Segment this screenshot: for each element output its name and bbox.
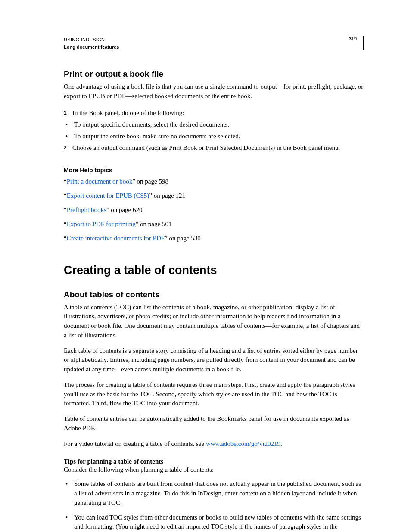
body-paragraph: The process for creating a table of cont…: [64, 380, 364, 408]
bullet-icon: •: [64, 119, 74, 131]
help-link-row: “Print a document or book” on page 598: [64, 177, 364, 186]
chapter-title: Creating a table of contents: [64, 264, 364, 277]
xref-link[interactable]: Print a document or book: [67, 178, 132, 185]
header-chapter: Long document features: [64, 44, 119, 51]
body-paragraph: Each table of contents is a separate sto…: [64, 346, 364, 374]
page-header: USING INDESIGN Long document features 31…: [64, 36, 364, 50]
list-item-text: Some tables of contents are built from c…: [74, 479, 364, 507]
bullet-icon: •: [64, 479, 74, 507]
header-book-title: USING INDESIGN: [64, 36, 119, 44]
help-link-row: “Preflight books” on page 620: [64, 205, 364, 215]
xref-link[interactable]: Export content for EPUB (CS5): [67, 192, 149, 199]
body-paragraph: A table of contents (TOC) can list the c…: [64, 303, 364, 340]
more-help-heading: More Help topics: [64, 167, 364, 174]
list-item-text: You can load TOC styles from other docum…: [74, 513, 364, 532]
page-number: 319: [349, 36, 357, 41]
xref-link[interactable]: Create interactive documents for PDF: [67, 235, 165, 242]
step-row: • To output the entire book, make sure n…: [64, 131, 364, 142]
step-text: To output the entire book, make sure no …: [74, 131, 364, 142]
section-title-about-toc: About tables of contents: [64, 290, 364, 299]
help-link-row: “Export content for EPUB (CS5)” on page …: [64, 191, 364, 200]
xref-link[interactable]: Export to PDF for printing: [67, 221, 136, 227]
help-link-row: “Export to PDF for printing” on page 501: [64, 220, 364, 229]
procedure-steps: 1 In the Book panel, do one of the follo…: [64, 107, 364, 154]
xref-link[interactable]: Preflight books: [67, 206, 106, 213]
step-row: • To output specific documents, select t…: [64, 119, 364, 131]
external-link[interactable]: www.adobe.com/go/vid0219: [206, 440, 280, 447]
list-item: • Some tables of contents are built from…: [64, 479, 364, 507]
bullet-icon: •: [64, 513, 74, 532]
tips-intro: Consider the following when planning a t…: [64, 466, 364, 473]
step-text: Choose an output command (such as Print …: [72, 142, 364, 154]
header-left: USING INDESIGN Long document features: [64, 36, 119, 50]
document-page: USING INDESIGN Long document features 31…: [0, 0, 411, 532]
section-intro: One advantage of using a book file is th…: [64, 82, 364, 101]
step-row: 2 Choose an output command (such as Prin…: [64, 142, 364, 154]
help-links: “Print a document or book” on page 598 “…: [64, 177, 364, 243]
tips-heading: Tips for planning a table of contents: [64, 458, 364, 465]
step-text: In the Book panel, do one of the followi…: [72, 107, 364, 119]
tips-list: • Some tables of contents are built from…: [64, 479, 364, 532]
step-text: To output specific documents, select the…: [74, 119, 364, 131]
body-paragraph: For a video tutorial on creating a table…: [64, 439, 364, 449]
step-number: 2: [64, 142, 72, 154]
list-item: • You can load TOC styles from other doc…: [64, 513, 364, 532]
step-number: 1: [64, 107, 72, 119]
step-row: 1 In the Book panel, do one of the follo…: [64, 107, 364, 119]
help-link-row: “Create interactive documents for PDF” o…: [64, 234, 364, 243]
bullet-icon: •: [64, 131, 74, 142]
section-title-print-output: Print or output a book file: [64, 69, 364, 79]
body-paragraph: Table of contents entries can be automat…: [64, 414, 364, 433]
